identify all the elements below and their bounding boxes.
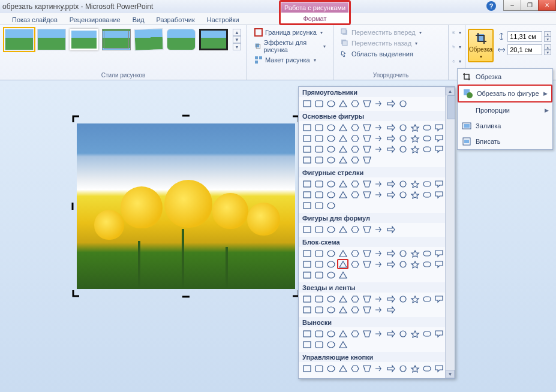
width-down[interactable]: ▼ <box>544 50 551 55</box>
height-field[interactable]: ▲▼ <box>497 31 551 42</box>
shape-option[interactable] <box>397 122 408 132</box>
shape-option[interactable] <box>337 259 348 269</box>
shape-option[interactable] <box>373 189 384 200</box>
crop-handle-tl[interactable] <box>72 115 83 126</box>
shape-option[interactable] <box>337 363 348 373</box>
shape-option[interactable] <box>301 144 312 154</box>
shape-option[interactable] <box>313 304 324 315</box>
shape-option[interactable] <box>313 133 324 143</box>
shape-option[interactable] <box>325 224 336 234</box>
tab-view[interactable]: Вид <box>127 15 151 25</box>
shape-option[interactable] <box>433 179 444 189</box>
menu-crop[interactable]: Обрезка <box>458 69 552 85</box>
shape-option[interactable] <box>325 339 336 349</box>
shape-option[interactable] <box>301 339 312 349</box>
width-input[interactable] <box>507 44 542 55</box>
shape-option[interactable] <box>325 133 336 143</box>
shape-option[interactable] <box>349 248 360 258</box>
shape-option[interactable] <box>433 328 444 339</box>
shape-option[interactable] <box>409 144 420 154</box>
shape-option[interactable] <box>325 155 336 165</box>
shape-option[interactable] <box>313 339 324 349</box>
scroll-thumb[interactable] <box>447 95 455 119</box>
shape-option[interactable] <box>421 122 432 132</box>
shape-option[interactable] <box>325 363 336 373</box>
gallery-more[interactable]: ▾ <box>233 43 241 50</box>
shape-option[interactable] <box>373 144 384 154</box>
shape-option[interactable] <box>337 224 348 234</box>
gallery-down[interactable]: ▼ <box>233 36 241 43</box>
shape-option[interactable] <box>301 248 312 258</box>
shape-option[interactable] <box>313 144 324 154</box>
shape-option[interactable] <box>325 328 336 339</box>
shape-option[interactable] <box>313 328 324 339</box>
shape-option[interactable] <box>409 248 420 258</box>
shape-option[interactable] <box>313 270 324 280</box>
scroll-up[interactable]: ▲ <box>446 87 455 95</box>
shape-option[interactable] <box>421 189 432 200</box>
shape-option[interactable] <box>349 98 360 108</box>
shape-option[interactable] <box>385 144 396 154</box>
shape-option[interactable] <box>385 259 396 269</box>
picture-layout[interactable]: Макет рисунка▾ <box>253 55 327 65</box>
crop-handle-bl[interactable] <box>72 287 83 297</box>
style-thumb[interactable] <box>167 29 196 50</box>
shape-option[interactable] <box>361 179 372 189</box>
shape-option[interactable] <box>349 294 360 304</box>
crop-handle-left[interactable] <box>71 201 82 212</box>
shape-option[interactable] <box>433 259 444 269</box>
shape-option[interactable] <box>361 328 372 339</box>
shape-option[interactable] <box>337 294 348 304</box>
shape-option[interactable] <box>385 179 396 189</box>
bring-forward[interactable]: Переместить вперед▾ <box>339 28 442 37</box>
shape-option[interactable] <box>349 189 360 200</box>
shape-option[interactable] <box>313 294 324 304</box>
shape-option[interactable] <box>313 224 324 234</box>
shape-option[interactable] <box>421 328 432 339</box>
align-menu[interactable]: ▾ <box>451 28 462 37</box>
shape-option[interactable] <box>373 98 384 108</box>
shape-option[interactable] <box>337 328 348 339</box>
shape-option[interactable] <box>361 122 372 132</box>
shape-option[interactable] <box>385 133 396 143</box>
shape-option[interactable] <box>361 98 372 108</box>
shape-option[interactable] <box>373 259 384 269</box>
group-menu[interactable]: ▾ <box>451 42 462 52</box>
style-thumb[interactable] <box>102 29 131 50</box>
shape-option[interactable] <box>337 270 348 280</box>
shape-option[interactable] <box>313 179 324 189</box>
shape-option[interactable] <box>325 122 336 132</box>
shape-option[interactable] <box>349 259 360 269</box>
picture-styles-gallery[interactable]: ▲ ▼ ▾ <box>2 26 244 53</box>
shape-option[interactable] <box>421 133 432 143</box>
tab-slideshow[interactable]: Показ слайдов <box>6 15 64 25</box>
shape-option[interactable] <box>409 294 420 304</box>
shape-option[interactable] <box>301 200 312 210</box>
shape-option[interactable] <box>337 304 348 315</box>
menu-fill[interactable]: Заливка <box>458 118 552 134</box>
shape-option[interactable] <box>409 363 420 373</box>
shape-option[interactable] <box>385 98 396 108</box>
shape-option[interactable] <box>397 328 408 339</box>
shape-option[interactable] <box>301 294 312 304</box>
shape-option[interactable] <box>337 179 348 189</box>
shape-option[interactable] <box>301 259 312 269</box>
shape-option[interactable] <box>373 248 384 258</box>
shape-option[interactable] <box>373 328 384 339</box>
shape-option[interactable] <box>313 248 324 258</box>
width-up[interactable]: ▲ <box>544 44 551 50</box>
shape-option[interactable] <box>421 144 432 154</box>
shape-option[interactable] <box>373 294 384 304</box>
shape-option[interactable] <box>361 144 372 154</box>
shape-option[interactable] <box>361 294 372 304</box>
shape-option[interactable] <box>349 304 360 315</box>
shape-option[interactable] <box>373 224 384 234</box>
shape-option[interactable] <box>361 133 372 143</box>
shape-option[interactable] <box>337 189 348 200</box>
shape-option[interactable] <box>325 200 336 210</box>
shape-option[interactable] <box>361 189 372 200</box>
shape-option[interactable] <box>361 363 372 373</box>
height-up[interactable]: ▲ <box>544 31 551 37</box>
shape-option[interactable] <box>301 363 312 373</box>
shape-option[interactable] <box>325 144 336 154</box>
